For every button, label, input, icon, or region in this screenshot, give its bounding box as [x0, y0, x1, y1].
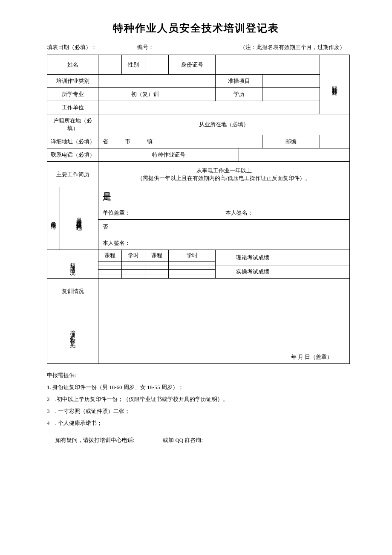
label-retraining: 复训情况: [47, 279, 98, 304]
label-approved-item: 准操项目: [216, 75, 262, 88]
table-row[interactable]: [122, 274, 145, 278]
label-org-opinion: 培训机构意见: [47, 304, 98, 364]
work-history-content: 从事电工作业一年以上 （需提供一年以上且在有效期内的高/低压电工操作证正反面复印…: [98, 162, 350, 187]
agent-no-cell[interactable]: 否 本人签名：: [98, 220, 350, 250]
self-sign-label-2: 本人签名：: [103, 239, 348, 247]
photo-area[interactable]: 照片粘贴处: [320, 55, 350, 114]
photo-label: 照片粘贴处: [331, 82, 339, 86]
footer-contact-qq: 或加 QQ 群咨询:: [163, 437, 203, 443]
footer-item-1: 1. 身份证复印件一份（男 18-60 周岁、女 18-55 周岁）；: [47, 382, 345, 393]
header-note: （注：此报名表有效期三个月，过期作废）: [201, 44, 345, 51]
table-row[interactable]: [145, 262, 169, 265]
work-history-line1: 从事电工作业一年以上: [100, 167, 348, 174]
cert-no-input[interactable]: [239, 148, 350, 162]
train-type-input[interactable]: [192, 88, 216, 101]
agent-no: 否: [103, 223, 348, 231]
label-phone: 联系电话（必填）: [47, 148, 98, 162]
label-agent: 是否同意培训机构代理: [60, 187, 98, 250]
label-theory-score: 理论考试成绩: [216, 250, 290, 265]
label-gender: 性别: [122, 55, 145, 75]
table-row[interactable]: [98, 270, 122, 274]
self-sign-label-1: 本人签名：: [225, 209, 348, 217]
label-work-history: 主要工作简历: [47, 162, 98, 187]
footer-notes: 申报需提供: 1. 身份证复印件一份（男 18-60 周岁、女 18-55 周岁…: [47, 370, 345, 429]
label-initial-training: 初训情况: [47, 250, 98, 279]
table-row[interactable]: [169, 265, 216, 270]
label-education: 学历: [216, 88, 262, 101]
footer-heading: 申报需提供:: [47, 370, 345, 381]
table-row[interactable]: [145, 274, 169, 278]
label-course-1: 课程: [98, 250, 122, 262]
label-registered-place: 户籍所在地（必填）: [47, 114, 98, 135]
label-train-type: 初（复）训: [98, 88, 192, 101]
table-row[interactable]: [145, 265, 169, 270]
approved-item-input[interactable]: [262, 75, 320, 88]
theory-score-input[interactable]: [290, 250, 350, 265]
main-form-table: 姓名 性别 身份证号 照片粘贴处 培训作业类别 准操项目 所学专业 初（复）训 …: [47, 55, 350, 364]
name-input[interactable]: [98, 55, 122, 75]
label-practical-score: 实操考试成绩: [216, 265, 290, 279]
table-row[interactable]: [169, 274, 216, 278]
label-work-unit: 工作单位: [47, 101, 98, 114]
table-row[interactable]: [169, 270, 216, 274]
table-row[interactable]: [98, 274, 122, 278]
label-hours-2: 学时: [169, 250, 216, 262]
label-name: 姓名: [47, 55, 98, 75]
label-train-category: 培训作业类别: [47, 75, 98, 88]
gender-input[interactable]: [145, 55, 169, 75]
label-major: 所学专业: [47, 88, 98, 101]
postcode-input[interactable]: [320, 135, 350, 148]
table-row[interactable]: [98, 265, 122, 270]
address-fields: 省 市 镇: [103, 138, 153, 145]
label-course-2: 课程: [145, 250, 169, 262]
table-row[interactable]: [98, 262, 122, 265]
label-cert-no: 特种作业证号: [98, 148, 239, 162]
label-address: 详细地址（必填）: [47, 135, 98, 148]
table-row[interactable]: [122, 270, 145, 274]
agent-yes: 是: [103, 191, 348, 202]
idno-input[interactable]: [216, 55, 320, 75]
label-hours-1: 学时: [122, 250, 145, 262]
practical-score-input[interactable]: [290, 265, 350, 279]
footer-item-3: 3 . 一寸彩照（或证件照）二张；: [47, 406, 345, 417]
date-seal-label: 年 月 日（盖章）: [291, 354, 333, 360]
education-input[interactable]: [262, 88, 320, 101]
retraining-input[interactable]: [98, 279, 350, 304]
work-place-cell[interactable]: 从业所在地（必填）: [98, 114, 350, 135]
serial-label: 编号：: [137, 44, 200, 51]
footer-contact-phone: 如有疑问，请拨打培训中心电话:: [55, 437, 135, 443]
footer-item-4: 4 . 个人健康承诺书；: [47, 418, 345, 429]
agent-yes-cell[interactable]: 是 单位盖章： 本人签名：: [98, 187, 350, 220]
page-title: 特种作业人员安全技术培训登记表: [47, 21, 345, 35]
work-unit-input[interactable]: [98, 101, 320, 114]
label-postcode: 邮编: [262, 135, 320, 148]
org-opinion-input[interactable]: 年 月 日（盖章）: [98, 304, 350, 364]
table-row[interactable]: [122, 262, 145, 265]
train-category-input[interactable]: [98, 75, 216, 88]
footer-contact: 如有疑问，请拨打培训中心电话: 或加 QQ 群咨询:: [47, 436, 345, 444]
label-exam-apply: 考核申请: [47, 187, 60, 250]
work-history-line2: （需提供一年以上且在有效期内的高/低压电工操作证正反面复印件）。: [100, 174, 348, 182]
address-input[interactable]: 省 市 镇: [98, 135, 262, 148]
table-row[interactable]: [145, 270, 169, 274]
label-work-place: 从业所在地（必填）: [199, 121, 249, 128]
label-idno: 身份证号: [169, 55, 216, 75]
fill-date-label: 填表日期（必填）：: [47, 44, 137, 51]
header-row: 填表日期（必填）： 编号： （注：此报名表有效期三个月，过期作废）: [47, 44, 345, 51]
footer-item-2: 2 .初中以上学历复印件一份；（仅限毕业证书或学校开具的学历证明）。: [47, 394, 345, 405]
table-row[interactable]: [169, 262, 216, 265]
unit-seal-label: 单位盖章：: [103, 209, 225, 217]
table-row[interactable]: [122, 265, 145, 270]
